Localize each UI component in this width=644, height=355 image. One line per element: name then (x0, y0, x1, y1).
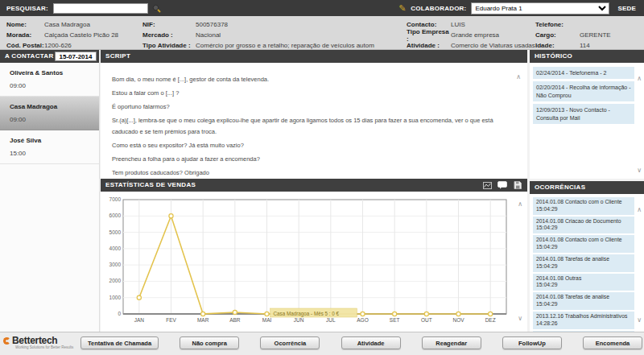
ocorrencia-list-item[interactable]: 2014.01.08 Contacto com o Cliente 15:04:… (533, 197, 634, 215)
historico-list-item[interactable]: 12/09/2013 - Novo Contacto - Consulta po… (533, 104, 634, 124)
field-value-mercado: Nacional (196, 31, 407, 39)
scroll-up-icon[interactable]: ∧ (637, 207, 642, 213)
script-panel-header: SCRIPT (101, 50, 527, 63)
sede-label: SEDE (617, 5, 636, 12)
svg-text:MAR: MAR (197, 317, 209, 323)
svg-text:Casa Madragoa - Mês 5 : 0 €: Casa Madragoa - Mês 5 : 0 € (274, 311, 340, 317)
svg-text:SET: SET (390, 317, 400, 323)
search-input[interactable] (53, 3, 148, 14)
bettertech-logo: Bettertech Working Solutions for Better … (3, 335, 73, 349)
followup-button[interactable]: FollowUp (502, 336, 562, 349)
ocorrencia-time: 15:04:29 (536, 225, 631, 232)
ocorrencia-text: 2014.01.08 Tarefas de analise (536, 256, 631, 263)
collaborator-select[interactable]: Eduardo Prata 1 (471, 2, 609, 14)
ocorrencia-text: 2013.12.16 Trabalhos Administrativos (536, 313, 631, 320)
svg-text:NOV: NOV (452, 317, 464, 323)
field-value-nome: Casa Madragoa (44, 21, 142, 28)
tentativa-de-chamada-button[interactable]: Tentativa de Chamada (80, 336, 159, 349)
contact-sidebar: A CONTACTAR Oliveira & Santos 09:00 Casa… (0, 50, 100, 332)
field-value-nif: 500576378 (196, 21, 407, 28)
script-line: Tem produtos caducados? Obrigado (112, 167, 498, 178)
svg-text:DEZ: DEZ (485, 317, 496, 323)
scroll-up-icon[interactable]: ∧ (637, 76, 642, 82)
action-buttons: Tentativa de Chamada Não compra Ocorrênc… (80, 336, 642, 349)
chart-panel-header: ESTATÍSTICAS DE VENDAS (101, 179, 527, 192)
script-line: É oportuno falarmos? (112, 101, 498, 112)
ocorrencia-list-item[interactable]: 2014.01.08 Tarefas de analise 15:04:29 (533, 254, 634, 272)
field-label-cargo: Cargo: (535, 31, 580, 39)
ocorrencias-panel-body: 2014.01.08 Contacto com o Cliente 15:04:… (530, 194, 644, 332)
svg-text:OUT: OUT (421, 317, 432, 323)
svg-text:MAI: MAI (262, 317, 272, 323)
logo-ring-icon (3, 337, 10, 345)
field-value-tipo-atividade: Comércio por grosso e a retalho; reparaç… (196, 42, 407, 49)
contact-list-item[interactable]: Oliveira & Santos 09:00 (0, 63, 99, 97)
svg-text:6000: 6000 (109, 213, 122, 218)
svg-text:0: 0 (118, 311, 121, 316)
ocorrencia-time: 15:04:29 (536, 263, 631, 270)
contact-time: 15:00 (10, 150, 96, 157)
ocorrencias-panel-header: OCORRÊNCIAS (530, 181, 644, 194)
ocorrencia-text: 2014.01.08 Tarefas de analise (536, 294, 631, 301)
atividade-button[interactable]: Atividade (341, 336, 401, 349)
contact-list-item-selected[interactable]: Casa Madragoa 09:00 (0, 97, 99, 130)
collaborator-label: COLABORADOR: (411, 5, 466, 12)
svg-text:3000: 3000 (109, 262, 122, 267)
field-value-morada: Calçada Castelo Picão 28 (44, 31, 142, 39)
svg-text:1000: 1000 (109, 295, 122, 300)
ocorrencia-time: 15:04:29 (536, 301, 631, 308)
nao-compra-button[interactable]: Não compra (180, 336, 239, 349)
encomenda-button[interactable]: Encomenda (583, 336, 642, 349)
scroll-up-icon[interactable]: ∧ (516, 74, 521, 80)
chart-panel-title: ESTATÍSTICAS DE VENDAS (105, 179, 196, 192)
ocorrencia-list-item[interactable]: 2013.12.16 Trabalhos Administrativos 14:… (533, 312, 634, 329)
svg-text:JUL: JUL (326, 317, 336, 323)
field-value-atividade: Comercio de Viaturas usadas (451, 42, 535, 49)
field-value-contacto: LUIS (451, 21, 535, 28)
reagendar-button[interactable]: Reagendar (422, 336, 481, 349)
field-label-idade: Idade: (535, 42, 580, 49)
search-label: PESQUISAR: (6, 5, 48, 12)
historico-list-item[interactable]: 02/20/2014 - Recolha de informação - Não… (533, 81, 634, 101)
edit-pencil-icon[interactable]: ✎ (398, 4, 406, 13)
ocorrencia-list-item[interactable]: 2014.01.08 Outras 15:04:29 (533, 274, 634, 291)
scroll-down-icon[interactable]: ∨ (637, 317, 642, 324)
contact-date-input[interactable] (55, 52, 97, 61)
contact-list-item[interactable]: José Silva 15:00 (0, 130, 99, 164)
svg-text:7000: 7000 (109, 196, 122, 202)
svg-text:JAN: JAN (134, 317, 145, 323)
bottom-action-bar: Bettertech Working Solutions for Better … (0, 332, 644, 355)
scroll-up-icon[interactable]: ∧ (518, 201, 522, 208)
field-value-tipo-empresa: Grande empresa (451, 31, 535, 39)
brand-tagline: Working Solutions for Better Results (15, 345, 73, 349)
line-chart-icon[interactable] (482, 181, 492, 189)
client-info-panel: Nome: Casa Madragoa NIF: 500576378 Conta… (0, 16, 644, 50)
field-label-cod-postal: Cód. Postal: (6, 42, 44, 49)
comment-icon[interactable] (497, 181, 507, 189)
ocorrencia-list-item[interactable]: 2014.01.08 Contacto com o Cliente 15:04:… (533, 235, 634, 253)
sales-chart[interactable]: 01000200030004000500060007000JANFEVMARAB… (101, 193, 516, 330)
ocorrencia-text: 2014.01.08 Criacao de Documento (536, 218, 631, 225)
field-label-nif: NIF: (142, 21, 196, 28)
field-value-cargo: GERENTE (580, 31, 640, 39)
svg-text:AGO: AGO (357, 317, 368, 323)
ocorrencia-list-item[interactable]: 2014.01.08 Tarefas de analise 15:04:29 (533, 292, 634, 310)
script-panel-title: SCRIPT (105, 50, 130, 63)
scroll-down-icon[interactable]: ∨ (518, 316, 522, 322)
field-label-telefone: Telefone: (535, 21, 580, 28)
script-line: Como está o seu expositor? Já está muito… (112, 140, 498, 151)
svg-text:JUN: JUN (294, 317, 304, 323)
historico-panel-body: 02/24/2014 - Telefonema - 2 02/20/2014 -… (530, 63, 644, 179)
historico-panel-header: HISTÓRICO (530, 50, 644, 63)
ocorrencias-panel-title: OCORRÊNCIAS (535, 181, 585, 194)
ocorrencia-button[interactable]: Ocorrência (260, 336, 320, 349)
svg-text:FEV: FEV (166, 317, 176, 323)
search-icon[interactable] (152, 4, 161, 13)
save-cart-icon[interactable] (513, 181, 522, 189)
ocorrencia-list-item[interactable]: 2014.01.08 Criacao de Documento 15:04:29 (533, 217, 634, 234)
historico-panel-title: HISTÓRICO (535, 50, 572, 63)
sales-chart-panel: 01000200030004000500060007000JANFEVMARAB… (101, 192, 527, 332)
script-line: Preencheu a folha para o ajudar a fazer … (112, 154, 498, 164)
historico-list-item[interactable]: 02/24/2014 - Telefonema - 2 (533, 67, 634, 79)
scroll-down-icon[interactable]: ∨ (637, 167, 642, 174)
